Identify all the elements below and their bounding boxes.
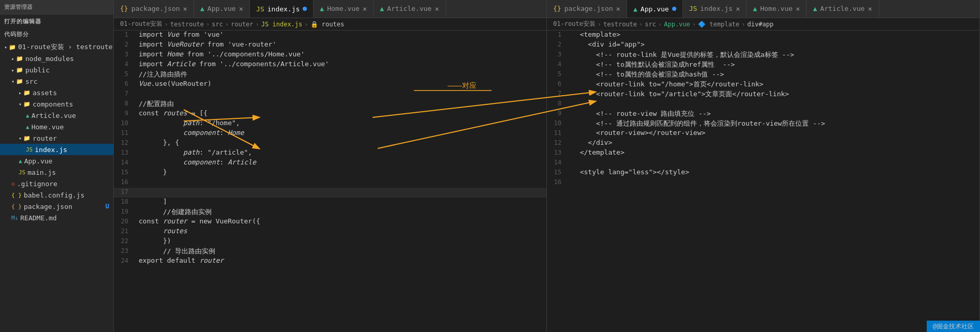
code-line-content[interactable]: <!-- to属性默认会被渲染成href属性 --> (568, 60, 979, 70)
sidebar-item-components[interactable]: ▾📁components (0, 98, 113, 110)
sidebar-item-root[interactable]: ▾📁01-route安装 › testroute (0, 41, 113, 53)
code-line-content[interactable]: import Vue from 'vue' (135, 31, 546, 40)
sidebar-item-src[interactable]: ▾📁src (0, 76, 113, 87)
sidebar-item-main.js[interactable]: JS main.js (0, 167, 113, 178)
code-row: 11 component: Home (114, 129, 546, 139)
code-line-content[interactable]: const routes = [{ (135, 109, 546, 119)
line-number: 21 (114, 227, 135, 237)
line-number: 12 (114, 139, 135, 148)
sidebar-item-Article.vue[interactable]: ▲ Article.vue (0, 110, 113, 121)
code-line-content[interactable]: <router-view></router-view> (568, 129, 979, 139)
folder-icon-components: 📁 (23, 101, 31, 108)
code-line-content[interactable]: } (135, 168, 546, 178)
sidebar-item-Home.vue[interactable]: ▲ Home.vue (0, 121, 113, 132)
sidebar-item-public[interactable]: ▸📁public (0, 64, 113, 76)
tab-close-button[interactable]: × (183, 5, 187, 13)
right-code-area[interactable]: 1 <template>2 <div id="app">3 <!-- route… (547, 31, 979, 332)
code-line-content[interactable]: }, { (135, 139, 546, 148)
code-line-content[interactable]: <div id="app"> (568, 40, 979, 50)
code-line-content[interactable]: <router-link to="/article">文章页面</router-… (568, 89, 979, 99)
code-line-content[interactable]: </template> (568, 148, 979, 158)
code-line-content[interactable]: path: "/home", (135, 119, 546, 129)
tab-packagejson[interactable]: {}package.json× (114, 0, 194, 18)
tab-articlevue[interactable]: ▲Article.vue× (807, 0, 879, 18)
code-line-content[interactable]: component: Article (135, 158, 546, 168)
code-line-content[interactable]: <!-- 通过路由规则匹配到的组件，将会渲染到router-view所在位置 -… (568, 119, 979, 129)
sidebar-item-App.vue[interactable]: ▲ App.vue (0, 155, 113, 167)
code-line-content[interactable] (568, 99, 979, 109)
code-line-content[interactable]: <!-- route-link 是Vue提供的标签，默认会渲染成a标签 --> (568, 50, 979, 60)
tab-indexjs[interactable]: JSindex.js (250, 0, 314, 18)
sidebar-item-node_modules[interactable]: ▸📁node_modules (0, 53, 113, 64)
code-line-content[interactable]: //注入路由插件 (135, 70, 546, 80)
tab-label: App.vue (641, 5, 669, 13)
code-line-content[interactable]: //配置路由 (135, 99, 546, 109)
sidebar-item-index.js[interactable]: JS index.js (0, 144, 113, 155)
tree-item-label-root: 01-route安装 › testroute (18, 42, 113, 52)
tab-indexjs[interactable]: JSindex.js× (683, 0, 747, 18)
line-number: 15 (547, 168, 568, 178)
code-line-content[interactable]: </div> (568, 139, 979, 148)
code-line-content[interactable]: import Home from '../components/Home.vue… (135, 50, 546, 60)
code-line-content[interactable] (135, 178, 546, 188)
code-line-content[interactable]: path: "/article", (135, 148, 546, 158)
tab-homevue[interactable]: ▲Home.vue× (747, 0, 807, 18)
sidebar-item-package.json[interactable]: { } package.jsonU (0, 201, 113, 212)
code-row: 16 (114, 178, 546, 188)
tree-item-label-index.js: index.js (35, 146, 67, 154)
tab-close-button[interactable]: × (435, 5, 439, 13)
code-line-content[interactable]: Vue.use(VueRouter) (135, 80, 546, 89)
code-line-content[interactable]: <template> (568, 31, 979, 40)
code-row: 24export default router (114, 256, 546, 266)
code-line-content[interactable]: ] (135, 198, 546, 207)
tab-close-button[interactable]: × (796, 5, 800, 13)
vue-icon-App.vue: ▲ (19, 158, 22, 164)
tab-close-button[interactable]: × (239, 5, 243, 13)
sidebar-item-assets[interactable]: ▸📁assets (0, 87, 113, 98)
tree-item-label-main.js: main.js (27, 169, 56, 176)
code-line-content[interactable]: <!-- route-view 路由填充位 --> (568, 109, 979, 119)
code-line-content[interactable]: component: Home (135, 129, 546, 139)
tab-packagejson[interactable]: {}package.json× (547, 0, 627, 18)
code-line-content[interactable]: import Article from '../components/Artic… (135, 60, 546, 70)
code-row: 6Vue.use(VueRouter) (114, 80, 546, 89)
tab-close-button[interactable]: × (363, 5, 367, 13)
folder-arrow-components: ▾ (19, 101, 22, 107)
code-row: 14 (547, 158, 979, 168)
sidebar-item-README.md[interactable]: M↓ README.md (0, 212, 113, 223)
code-line-content[interactable]: <style lang="less"></style> (568, 168, 979, 178)
code-line-content[interactable]: import VueRouter from 'vue-router' (135, 40, 546, 50)
code-line-content[interactable] (135, 188, 546, 198)
tab-close-button[interactable]: × (616, 5, 620, 13)
line-number: 10 (114, 119, 135, 129)
sidebar-item-babel.config.js[interactable]: { } babel.config.js (0, 189, 113, 201)
code-line-content[interactable]: // 导出路由实例 (135, 247, 546, 256)
tab-articlevue[interactable]: ▲Article.vue× (374, 0, 446, 18)
babel-icon-babel.config.js: { } (11, 192, 22, 199)
code-line-content[interactable] (568, 178, 979, 188)
code-line-content[interactable]: routes (135, 227, 546, 237)
sidebar-item-router[interactable]: ▾📁router (0, 132, 113, 144)
line-number: 11 (114, 129, 135, 139)
folder-icon-node_modules: 📁 (16, 55, 23, 62)
sidebar-item-.gitignore[interactable]: ◇ .gitignore (0, 178, 113, 189)
left-code-area[interactable]: 1import Vue from 'vue'2import VueRouter … (114, 31, 546, 332)
code-line-content[interactable] (135, 89, 546, 99)
code-line-content[interactable]: <!-- to属性的值会被渲染成hash值 --> (568, 70, 979, 80)
tab-appvue[interactable]: ▲App.vue× (194, 0, 250, 18)
code-line-content[interactable]: <router-link to="/home">首页</router-link> (568, 80, 979, 89)
code-line-content[interactable] (568, 158, 979, 168)
tab-appvue[interactable]: ▲App.vue (627, 0, 683, 18)
code-line-content[interactable]: export default router (135, 256, 546, 266)
json-tab-icon: {} (553, 5, 561, 12)
line-number: 20 (114, 217, 135, 227)
tab-close-button[interactable]: × (736, 5, 740, 13)
js-icon-index.js: JS (26, 146, 33, 153)
code-row: 10 <!-- 通过路由规则匹配到的组件，将会渲染到router-view所在位… (547, 119, 979, 129)
tab-homevue[interactable]: ▲Home.vue× (314, 0, 374, 18)
tab-label: package.json (131, 5, 180, 12)
code-line-content[interactable]: const router = new VueRouter({ (135, 217, 546, 227)
tab-close-button[interactable]: × (868, 5, 872, 13)
code-line-content[interactable]: //创建路由实例 (135, 207, 546, 217)
code-line-content[interactable]: }) (135, 237, 546, 247)
